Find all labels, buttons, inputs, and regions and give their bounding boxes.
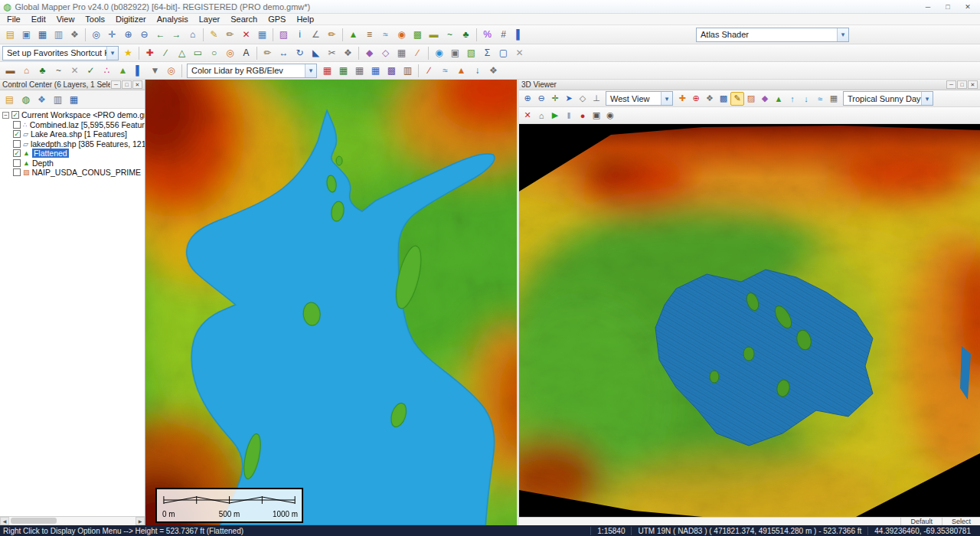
select-features-icon[interactable]: ▢ [495,46,511,60]
color-by-intensity-icon[interactable]: ▦ [351,64,368,78]
hillshade-icon[interactable]: ▲ [345,28,361,42]
create-range-rings-icon[interactable]: ◎ [222,46,238,60]
deselect-icon[interactable]: ✕ [511,46,528,60]
chevron-down-icon[interactable]: ▾ [837,28,848,41]
pause-animation-icon[interactable]: ‖ [562,109,576,123]
atlas-shader-combo[interactable]: Atlas Shader ▾ [696,28,849,42]
color-by-return-icon[interactable]: ▦ [368,64,384,78]
map-notes-icon[interactable]: ✏ [324,28,340,42]
lidar-classify-trees-icon[interactable]: ♣ [34,64,51,78]
chevron-down-icon[interactable]: ▾ [661,92,672,105]
full-extent-icon[interactable]: ⌂ [185,28,201,42]
panel-close-button[interactable]: ✕ [968,80,978,89]
create-line-icon[interactable]: ∕ [158,46,174,60]
viewshed-icon[interactable]: ◉ [394,28,410,42]
terrain-compare-icon[interactable]: ▲ [453,64,469,78]
chevron-down-icon[interactable]: ▾ [106,47,118,60]
save-workspace-icon[interactable]: ▦ [34,28,51,42]
lidar-classify-powerline-icon[interactable]: ~ [51,64,67,78]
watershed-icon[interactable]: ≈ [377,28,394,42]
pan-tool-icon[interactable]: ✛ [104,28,120,42]
water-raise-icon[interactable]: ↑ [786,92,799,106]
layer-flattened-row[interactable]: ✓▲Flattened [0,149,145,159]
select-mode-label[interactable]: Select [942,518,980,525]
snap-to-edge-icon[interactable]: ◇ [377,46,394,60]
scroll-thumb[interactable] [11,518,57,524]
layer-depth-row[interactable]: ▲Depth [0,159,145,168]
menu-item-view[interactable]: View [51,15,80,24]
rotate-feature-icon[interactable]: ↻ [292,46,308,60]
close-3d-tools-icon[interactable]: ✕ [521,109,534,123]
create-rectangle-icon[interactable]: ▭ [190,46,206,60]
panel-close-button[interactable]: ✕ [132,80,142,89]
attribute-table-icon[interactable]: ▦ [66,92,82,106]
layer-flattened-checkbox[interactable]: ✓ [13,149,21,157]
lidar-ground-surface-icon[interactable]: ▲ [115,64,131,78]
perspective-box-icon[interactable]: ◇ [576,92,590,106]
workspace-checkbox[interactable]: ✓ [11,111,19,119]
elevation-grid-icon[interactable]: ▩ [410,28,426,42]
view-direction-combo[interactable]: West View ▾ [606,91,673,106]
terrain-3d-icon[interactable]: ▲ [772,92,786,106]
pixels-to-points-icon[interactable]: ∴ [99,64,115,78]
map-layout-icon[interactable]: ▥ [51,28,67,42]
layer-lakedpth-shp-row[interactable]: ▱lakedpth.shp [385 Features, 121,391 De.… [0,139,145,149]
color-by-class-icon[interactable]: ▦ [319,64,335,78]
water-level-icon[interactable]: ≈ [813,92,827,106]
minimize-button[interactable]: ─ [919,2,937,12]
map-2d-view[interactable]: 0 m 500 m 1000 m [145,80,519,525]
water-lower-icon[interactable]: ↓ [799,92,813,106]
menu-item-help[interactable]: Help [291,15,319,24]
recenter-view-icon[interactable]: ✚ [675,92,689,106]
menu-item-edit[interactable]: Edit [26,15,51,24]
scripting-icon[interactable]: # [495,28,511,42]
layer-naip-usda-conus-prime-row[interactable]: ▧NAIP_USDA_CONUS_PRIME [0,168,145,178]
panel-float-button[interactable]: □ [122,80,132,89]
create-text-icon[interactable]: A [238,46,254,60]
pivot-point-icon[interactable]: ⊕ [689,92,703,106]
lidar-color-combo[interactable]: Color Lidar by RGB/Elev ▾ [187,64,317,78]
close-button[interactable]: ✕ [959,2,977,12]
scale-feature-icon[interactable]: ◣ [308,46,324,60]
layer-lake-area-shp-row[interactable]: ✓▱Lake Area.shp [1 Features] [0,129,145,139]
metadata-icon[interactable]: ▥ [50,92,66,106]
video-capture-icon[interactable]: ▣ [590,109,603,123]
path-profile-icon[interactable]: ~ [442,28,458,42]
lidar-select-icon[interactable]: ◎ [163,64,179,78]
scroll-track[interactable] [9,517,136,525]
mesh-display-icon[interactable]: ▦ [827,92,841,106]
feature-info-icon[interactable]: i [292,28,308,42]
buffer-tool-icon[interactable]: ◉ [431,46,447,60]
tree-expander-icon[interactable]: − [2,112,9,119]
measure-tool-icon[interactable]: ∠ [308,28,324,42]
menu-item-gps[interactable]: GPS [263,15,291,24]
panel-minimize-button[interactable]: ─ [946,80,956,89]
create-area-icon[interactable]: △ [174,46,190,60]
axes-display-icon[interactable]: ⊥ [590,92,603,106]
online-data-icon[interactable]: ◍ [18,92,34,106]
workspace-root-row[interactable]: −✓Current Workspace <PRO demo.gmw*> [0,110,145,120]
eraser-3d-icon[interactable]: ▨ [744,92,758,106]
digitizer-tool-icon[interactable]: ✎ [206,28,222,42]
layer-combined-laz-checkbox[interactable] [13,121,21,129]
home-view-icon[interactable]: ⌂ [534,109,548,123]
menu-item-file[interactable]: File [2,15,26,24]
lidar-noise-filter-icon[interactable]: ✕ [67,64,83,78]
open-data-icon[interactable]: ▤ [2,28,18,42]
lidar-profile-icon[interactable]: ▌ [131,64,147,78]
favorites-combo[interactable]: Set up Favorites Shortcut Keys... ▾ [2,46,119,60]
style-options-icon[interactable]: ▨ [276,28,292,42]
previous-view-icon[interactable]: ← [152,28,168,42]
menu-item-tools[interactable]: Tools [80,15,110,24]
menu-item-digitizer[interactable]: Digitizer [110,15,152,24]
open-workspace-icon[interactable]: ▣ [18,28,34,42]
next-view-icon[interactable]: → [168,28,185,42]
scroll-left-icon[interactable]: ◀ [0,517,9,525]
layer-options-icon[interactable]: ❖ [34,92,50,106]
merge-layers-icon[interactable]: ▧ [463,46,479,60]
layer-lakedpth-shp-checkbox[interactable] [13,140,21,148]
combine-features-icon[interactable]: ❖ [340,46,356,60]
grid-snap-icon[interactable]: ▦ [394,46,410,60]
flatten-terrain-icon[interactable]: ▬ [426,28,442,42]
viewer-3d-viewport[interactable] [519,124,980,517]
